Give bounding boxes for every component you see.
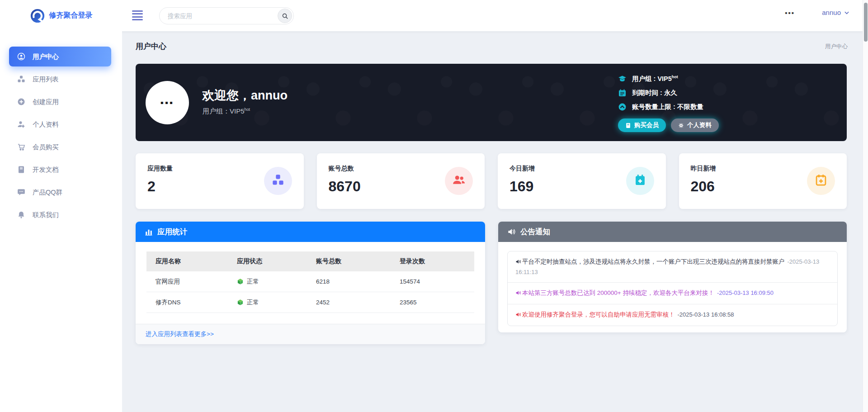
sidebar-item-label: 联系我们 [33, 211, 59, 219]
info-row-expiry: 到期时间 : 永久 [618, 86, 719, 100]
sidebar-item-qq-group[interactable]: 产品QQ群 [9, 182, 111, 202]
column-header: 应用名称 [146, 251, 228, 271]
speaker-icon [515, 311, 521, 320]
doc-icon [17, 166, 25, 174]
sidebar: 修齐聚合登录 用户中心 应用列表 创建应用 个人资料 会员购买 [0, 0, 122, 412]
account-info: 用户组 : VIP5hot 到期时间 : 永久 账号数量上限 : 不限数量 购买… [618, 72, 719, 132]
breadcrumb[interactable]: 用户中心 [825, 43, 848, 51]
scrollbar-thumb[interactable] [864, 3, 868, 42]
stat-card-app-count: 应用数量 2 [136, 153, 304, 209]
brand: 修齐聚合登录 [0, 0, 122, 31]
announcement-list: 平台不定时抽查站点，涉及违规站点将永久封禁，一个账户下出现三次违规站点的将直接封… [507, 251, 838, 326]
app-stats-panel: 应用统计 应用名称 应用状态 账号总数 登录次数 官网应用 正常 6218 15… [136, 222, 485, 344]
sidebar-item-membership[interactable]: 会员购买 [9, 137, 111, 157]
announcement-item: 平台不定时抽查站点，涉及违规站点将永久封禁，一个账户下出现三次违规站点的将直接封… [508, 251, 837, 283]
sidebar-item-docs[interactable]: 开发文档 [9, 160, 111, 180]
bar-chart-icon [145, 228, 153, 236]
chevron-down-icon [844, 9, 850, 16]
status-badge: 正常 [247, 298, 259, 307]
speaker-icon [515, 258, 521, 267]
cubes-icon [272, 174, 284, 188]
speaker-icon [507, 227, 516, 236]
sidebar-item-label: 创建应用 [33, 98, 59, 106]
sidebar-item-user-center[interactable]: 用户中心 [9, 47, 111, 66]
calendar-plus-icon [634, 174, 646, 188]
stat-card-today-new: 今日新增 169 [498, 153, 666, 209]
sidebar-item-profile[interactable]: 个人资料 [9, 114, 111, 134]
table-row: 官网应用 正常 6218 154574 [146, 271, 474, 292]
users-icon [452, 173, 466, 189]
buy-membership-button[interactable]: 购买会员 [618, 118, 666, 132]
announcements-header: 公告通知 [498, 222, 847, 242]
usergroup-text: 用户组：VIP5hot [203, 107, 250, 116]
graduation-cap-icon [618, 75, 627, 83]
brand-logo-icon [30, 8, 45, 24]
sidebar-item-label: 会员购买 [33, 143, 59, 152]
top-bar: ••• annuo [0, 0, 863, 31]
app-stats-footer: 进入应用列表查看更多>> [136, 324, 485, 344]
search-button[interactable] [278, 9, 292, 23]
profile-button[interactable]: 个人资料 [671, 118, 719, 132]
sidebar-item-create-app[interactable]: 创建应用 [9, 92, 111, 112]
announcement-time: -2025-03-13 16:08:58 [678, 311, 734, 318]
avatar[interactable]: ▪▪▪ [146, 81, 189, 124]
user-icon [17, 52, 25, 61]
calendar-icon [618, 89, 627, 97]
sidebar-item-label: 产品QQ群 [33, 188, 62, 197]
hot-badge: hot [245, 107, 250, 112]
app-stats-header: 应用统计 [136, 222, 485, 242]
sidebar-item-label: 开发文档 [33, 166, 59, 174]
welcome-banner: ▪▪▪ 欢迎您，annuo 用户组：VIP5hot 用户组 : VIP5hot … [136, 64, 847, 141]
search-box [159, 7, 294, 24]
green-cube-icon [237, 278, 244, 285]
brand-name: 修齐聚合登录 [49, 11, 93, 20]
sidebar-item-app-list[interactable]: 应用列表 [9, 69, 111, 89]
panel-title: 公告通知 [520, 227, 550, 237]
page-title: 用户中心 [136, 41, 166, 52]
column-header: 账号总数 [307, 251, 391, 271]
sidebar-item-label: 用户中心 [33, 52, 59, 61]
bell-icon [17, 211, 25, 219]
announcement-item: 本站第三方账号总数已达到 200000+ 持续稳定，欢迎各大平台来对接！-202… [508, 283, 837, 304]
view-more-link[interactable]: 进入应用列表查看更多>> [146, 330, 214, 338]
user-menu[interactable]: annuo [822, 9, 850, 16]
column-header: 登录次数 [391, 251, 474, 271]
sidebar-nav: 用户中心 应用列表 创建应用 个人资料 会员购买 开发文档 [0, 31, 122, 225]
sidebar-item-label: 应用列表 [33, 75, 59, 84]
column-header: 应用状态 [228, 251, 307, 271]
status-badge: 正常 [247, 278, 259, 286]
table-row: 修齐DNS 正常 2452 23565 [146, 292, 474, 313]
chat-icon [17, 188, 25, 196]
plus-circle-icon [17, 98, 25, 106]
panel-title: 应用统计 [157, 227, 187, 237]
book-icon [625, 123, 631, 128]
sidebar-item-label: 个人资料 [33, 120, 59, 129]
search-icon [282, 13, 288, 19]
user-gear-icon [17, 120, 25, 128]
info-row-account-limit: 账号数量上限 : 不限数量 [618, 100, 719, 114]
arrow-up-circle-icon [618, 103, 627, 111]
calendar-plus-icon [815, 174, 827, 188]
announcement-time: -2025-03-13 16:09:50 [717, 289, 774, 296]
welcome-text: 欢迎您，annuo [202, 87, 288, 104]
more-menu-button[interactable]: ••• [785, 9, 795, 17]
apps-icon [17, 75, 25, 83]
app-stats-table: 应用名称 应用状态 账号总数 登录次数 官网应用 正常 6218 154574 … [146, 251, 474, 313]
stat-card-yesterday-new: 昨日新增 206 [679, 153, 847, 209]
cart-icon [17, 143, 25, 151]
green-cube-icon [237, 299, 244, 306]
stat-card-account-total: 账号总数 8670 [317, 153, 485, 209]
announcement-item: 欢迎使用修齐聚合登录，您可以自助申请应用无需审核！-2025-03-13 16:… [508, 304, 837, 326]
gear-icon [678, 123, 684, 128]
main-content: 用户中心 用户中心 ▪▪▪ 欢迎您，annuo 用户组：VIP5hot 用户组 … [122, 31, 863, 412]
username-label: annuo [822, 9, 841, 16]
info-row-usergroup: 用户组 : VIP5hot [618, 72, 719, 86]
scrollbar-track[interactable] [863, 0, 868, 412]
announcements-panel: 公告通知 平台不定时抽查站点，涉及违规站点将永久封禁，一个账户下出现三次违规站点… [498, 222, 847, 332]
sidebar-item-contact[interactable]: 联系我们 [9, 205, 111, 225]
stat-cards: 应用数量 2 账号总数 8670 今日新增 169 昨日新增 [136, 153, 847, 209]
menu-toggle-icon[interactable] [132, 9, 145, 21]
speaker-icon [515, 289, 521, 298]
search-input[interactable] [160, 13, 278, 19]
